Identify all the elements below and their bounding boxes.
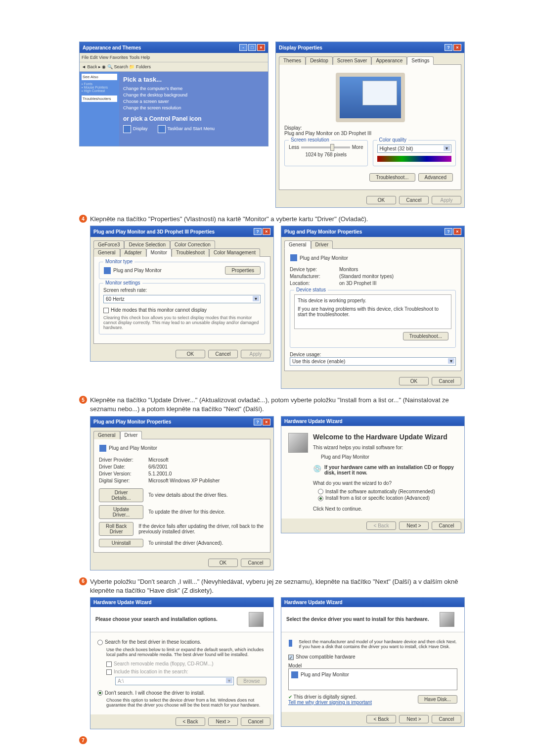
tab-troubleshoot[interactable]: Troubleshoot: [172, 248, 209, 257]
apply-button[interactable]: Apply: [241, 350, 270, 358]
mon-props-title: Plug and Play Monitor Properties: [284, 229, 362, 235]
driver-details-button[interactable]: Driver Details...: [99, 488, 143, 502]
tab-general[interactable]: General: [93, 431, 120, 439]
task-link[interactable]: Choose a screen saver: [123, 99, 264, 104]
driver-title: Plug and Play Monitor Properties: [93, 419, 171, 425]
close-icon[interactable]: ×: [263, 228, 270, 235]
advanced-button[interactable]: Advanced: [418, 173, 453, 182]
tab-adapter[interactable]: Adapter: [120, 248, 146, 257]
show-compat-checkbox[interactable]: ✓: [288, 655, 294, 660]
montype-label: Monitor type: [103, 259, 134, 264]
update-driver-button[interactable]: Update Driver...: [99, 505, 143, 519]
task-link[interactable]: Change the screen resolution: [123, 105, 264, 110]
troubleshoot-button[interactable]: Troubleshoot...: [403, 332, 448, 340]
tab-devsel[interactable]: Device Selection: [124, 240, 170, 248]
montype-value: Plug and Play Monitor: [113, 267, 162, 273]
wizard-welcome: Welcome to the Hardware Update Wizard: [313, 433, 457, 441]
hide-modes-checkbox[interactable]: [103, 308, 109, 313]
tab-settings[interactable]: Settings: [407, 56, 434, 65]
cp-icon-taskbar[interactable]: Taskbar and Start Menu: [158, 125, 215, 133]
display-properties-window: Display Properties ?× Themes Desktop Scr…: [275, 42, 465, 208]
tab-general[interactable]: General: [284, 240, 311, 249]
next-button[interactable]: Next >: [399, 521, 429, 530]
or-pick-heading: or pick a Control Panel icon: [123, 115, 264, 122]
tab-themes[interactable]: Themes: [279, 56, 306, 65]
tab-driver[interactable]: Driver: [120, 431, 142, 439]
minimize-icon[interactable]: -: [239, 44, 247, 51]
ok-button[interactable]: OK: [399, 377, 429, 385]
resolution-slider[interactable]: [301, 146, 350, 148]
color-quality-dropdown[interactable]: Highest (32 bit): [377, 144, 452, 153]
cancel-button[interactable]: Cancel: [241, 559, 270, 567]
cancel-button[interactable]: Cancel: [399, 196, 429, 204]
uninstall-button[interactable]: Uninstall: [99, 539, 143, 547]
cancel-button[interactable]: Cancel: [241, 717, 270, 726]
ok-button[interactable]: OK: [366, 196, 396, 204]
ok-button[interactable]: OK: [176, 350, 205, 358]
close-icon[interactable]: ×: [263, 419, 270, 425]
wizard2-heading: Please choose your search and installati…: [95, 616, 218, 622]
res-label: Screen resolution: [289, 137, 331, 142]
ver-label: Driver Version:: [99, 471, 148, 476]
radio-search[interactable]: [97, 640, 103, 645]
hide-desc: Clearing this check box allows you to se…: [103, 315, 261, 330]
apply-button[interactable]: Apply: [432, 196, 461, 204]
monitor-icon: [103, 267, 111, 275]
cancel-button[interactable]: Cancel: [432, 377, 461, 385]
tab-desktop[interactable]: Desktop: [306, 56, 333, 65]
back-button[interactable]: < Back: [366, 521, 396, 530]
troubleshoot-button[interactable]: Troubleshoot...: [369, 173, 415, 182]
cd-hint: If your hardware came with an installati…: [324, 465, 457, 475]
prov-label: Driver Provider:: [99, 457, 148, 463]
help-icon[interactable]: ?: [445, 228, 452, 235]
rollback-button[interactable]: Roll Back Driver: [99, 522, 134, 536]
slider-more: More: [352, 144, 363, 150]
close-icon[interactable]: ×: [257, 44, 265, 51]
tab-general[interactable]: General: [93, 248, 120, 257]
status-box: This device is working properly. If you …: [294, 294, 451, 329]
tab-colorcorr[interactable]: Color Correction: [170, 240, 215, 248]
ok-button[interactable]: OK: [208, 559, 238, 567]
help-icon[interactable]: ?: [445, 44, 452, 51]
next-button[interactable]: Next >: [399, 715, 429, 723]
step-bullet-6: 6: [79, 577, 87, 585]
close-icon[interactable]: ×: [453, 228, 461, 235]
tab-monitor[interactable]: Monitor: [146, 248, 172, 257]
radio-auto[interactable]: [318, 489, 323, 494]
hide-check-label: Hide modes that this monitor cannot disp…: [111, 307, 207, 313]
tell-me-link[interactable]: Tell me why driver signing is important: [288, 700, 372, 705]
advanced-properties-window: Plug and Play Monitor and 3D Prophet III…: [90, 226, 274, 362]
properties-button[interactable]: Properties: [225, 266, 261, 275]
radio-list[interactable]: [318, 496, 323, 501]
usage-dropdown[interactable]: Use this device (enable): [290, 357, 456, 366]
task-link[interactable]: Change the desktop background: [123, 93, 264, 97]
model-list[interactable]: Plug and Play Monitor: [288, 668, 457, 690]
maximize-icon[interactable]: □: [248, 44, 256, 51]
tab-colormgmt[interactable]: Color Management: [209, 248, 260, 257]
chk-removable: [106, 662, 112, 667]
adv-props-title: Plug and Play Monitor and 3D Prophet III…: [93, 229, 215, 235]
manuf-label: Manufacturer:: [290, 274, 339, 279]
tab-screensaver[interactable]: Screen Saver: [333, 56, 372, 65]
cancel-button[interactable]: Cancel: [432, 521, 461, 530]
cancel-button[interactable]: Cancel: [208, 350, 238, 358]
tab-driver[interactable]: Driver: [311, 240, 333, 249]
help-icon[interactable]: ?: [254, 228, 262, 235]
back-button[interactable]: < Back: [176, 717, 205, 726]
refresh-dropdown[interactable]: 60 Hertz: [103, 295, 261, 303]
next-button[interactable]: Next >: [208, 717, 238, 726]
tab-appearance[interactable]: Appearance: [371, 56, 407, 65]
back-button[interactable]: < Back: [366, 715, 396, 723]
step-bullet-5: 5: [79, 396, 87, 404]
radio-dont-search[interactable]: [97, 690, 103, 696]
wizard-icon: [440, 612, 454, 627]
help-icon[interactable]: ?: [254, 419, 262, 425]
task-link[interactable]: Change the computer's theme: [123, 86, 264, 91]
have-disk-button[interactable]: Have Disk...: [418, 695, 457, 704]
close-icon[interactable]: ×: [453, 44, 461, 51]
cancel-button[interactable]: Cancel: [432, 715, 461, 723]
wizard-icon: [288, 433, 308, 453]
tab-geforce[interactable]: GeForce3: [93, 240, 124, 248]
cp-icon-display[interactable]: Display: [123, 125, 148, 133]
explorer-menubar: File Edit View Favorites Tools Help: [80, 53, 268, 62]
